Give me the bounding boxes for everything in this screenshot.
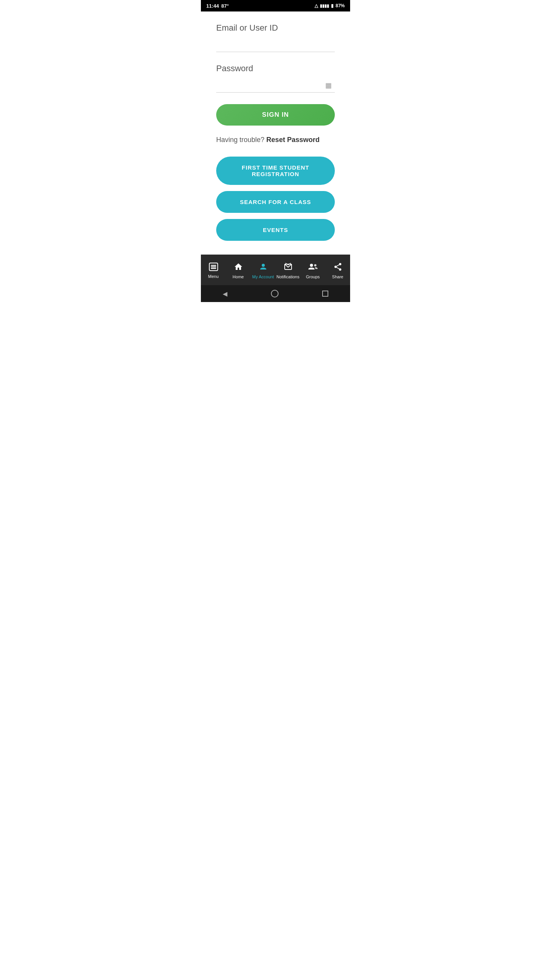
- status-temp: 87°: [221, 3, 229, 9]
- battery-percent: 87%: [336, 3, 345, 8]
- signal-icon: ▮▮▮▮: [320, 3, 329, 8]
- nav-item-home[interactable]: Home: [226, 262, 251, 279]
- nav-item-groups[interactable]: Groups: [300, 262, 325, 279]
- search-class-button[interactable]: SEARCH FOR A CLASS: [216, 191, 335, 213]
- bottom-nav: Menu Home My Account Notificatio: [201, 255, 350, 285]
- password-toggle-icon[interactable]: ▦: [325, 81, 332, 90]
- svg-point-7: [314, 264, 316, 266]
- nav-item-share[interactable]: Share: [325, 262, 350, 279]
- reset-password-link[interactable]: Reset Password: [266, 136, 320, 144]
- svg-rect-2: [211, 266, 216, 268]
- password-input[interactable]: [216, 78, 335, 93]
- wifi-icon: △: [315, 3, 318, 8]
- email-label: Email or User ID: [216, 23, 335, 33]
- svg-point-9: [334, 266, 337, 268]
- nav-item-notifications[interactable]: Notifications: [276, 262, 300, 279]
- nav-label-home: Home: [233, 274, 244, 279]
- svg-point-6: [310, 264, 313, 267]
- trouble-section: Having trouble? Reset Password: [216, 135, 335, 145]
- home-icon: [234, 262, 243, 273]
- nav-item-my-account[interactable]: My Account: [251, 262, 276, 279]
- nav-label-share: Share: [332, 274, 343, 279]
- having-trouble-text: Having trouble?: [216, 136, 264, 144]
- svg-line-11: [336, 268, 339, 269]
- nav-label-notifications: Notifications: [277, 274, 300, 279]
- svg-point-4: [262, 264, 265, 267]
- nav-label-groups: Groups: [306, 274, 320, 279]
- svg-line-12: [336, 265, 339, 266]
- menu-icon: [209, 263, 218, 273]
- svg-point-8: [339, 263, 341, 265]
- nav-label-menu: Menu: [208, 274, 219, 279]
- events-button[interactable]: EVENTS: [216, 219, 335, 241]
- battery-icon: ▮: [331, 3, 334, 8]
- share-icon: [333, 262, 342, 273]
- my-account-icon: [259, 262, 268, 273]
- password-label: Password: [216, 64, 335, 74]
- status-bar: 11:44 87° △ ▮▮▮▮ ▮ 87%: [201, 0, 350, 11]
- sign-in-button[interactable]: SIGN IN: [216, 104, 335, 126]
- nav-item-menu[interactable]: Menu: [201, 263, 226, 279]
- password-field-group: Password ▦: [216, 64, 335, 93]
- nav-label-my-account: My Account: [252, 274, 274, 279]
- svg-point-10: [339, 268, 341, 271]
- status-bar-left: 11:44 87°: [206, 3, 229, 9]
- home-button[interactable]: [271, 290, 279, 297]
- svg-rect-1: [211, 265, 216, 266]
- email-field-group: Email or User ID: [216, 23, 335, 52]
- email-input[interactable]: [216, 38, 335, 52]
- main-content: Email or User ID Password ▦ SIGN IN Havi…: [201, 11, 350, 255]
- recents-button[interactable]: [322, 291, 328, 297]
- first-time-reg-button[interactable]: FIRST TIME STUDENT REGISTRATION: [216, 157, 335, 185]
- password-wrapper: ▦: [216, 78, 335, 93]
- android-nav: ◀: [201, 285, 350, 302]
- status-time: 11:44: [206, 3, 219, 9]
- notifications-icon: [284, 262, 293, 273]
- groups-icon: [308, 262, 318, 273]
- status-bar-right: △ ▮▮▮▮ ▮ 87%: [315, 3, 345, 8]
- svg-rect-3: [211, 268, 216, 269]
- back-button[interactable]: ◀: [223, 290, 227, 297]
